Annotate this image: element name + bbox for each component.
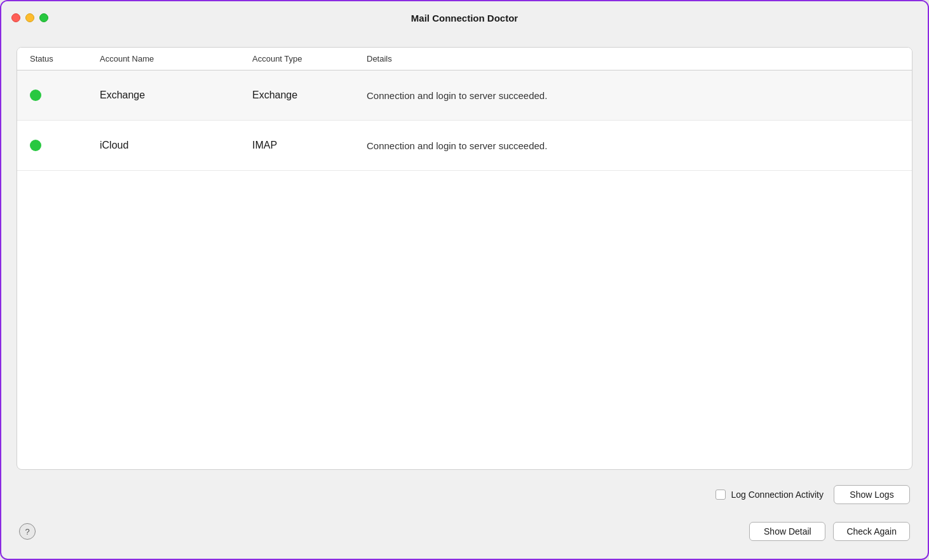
details-0: Connection and login to server succeeded… <box>367 90 899 101</box>
close-button[interactable] <box>11 13 20 22</box>
minimize-button[interactable] <box>25 13 34 22</box>
status-dot-green-0 <box>30 90 41 101</box>
bottom-bar: Log Connection Activity Show Logs <box>17 480 912 509</box>
action-buttons-row: ? Show Detail Check Again <box>17 519 912 546</box>
traffic-lights <box>11 13 48 22</box>
account-name-1: iCloud <box>100 140 252 151</box>
status-cell-0 <box>30 90 100 101</box>
log-activity-label: Log Connection Activity <box>731 490 824 500</box>
window-title: Mail Connection Doctor <box>411 13 518 23</box>
help-button[interactable]: ? <box>19 523 36 540</box>
table-row-empty <box>17 171 912 272</box>
log-activity-checkbox[interactable] <box>715 490 726 500</box>
table-row[interactable]: iCloud IMAP Connection and login to serv… <box>17 121 912 171</box>
account-type-1: IMAP <box>252 140 367 151</box>
connection-table: Status Account Name Account Type Details… <box>17 47 912 470</box>
column-header-details: Details <box>367 54 899 63</box>
right-action-buttons: Show Detail Check Again <box>749 522 910 541</box>
details-1: Connection and login to server succeeded… <box>367 140 899 151</box>
column-header-account-type: Account Type <box>252 54 367 63</box>
column-header-status: Status <box>30 54 100 63</box>
status-cell-1 <box>30 140 100 151</box>
table-row[interactable]: Exchange Exchange Connection and login t… <box>17 70 912 121</box>
check-again-button[interactable]: Check Again <box>833 522 910 541</box>
show-logs-button[interactable]: Show Logs <box>834 485 910 504</box>
main-window: Mail Connection Doctor Status Account Na… <box>0 0 929 560</box>
table-header: Status Account Name Account Type Details <box>17 48 912 70</box>
titlebar: Mail Connection Doctor <box>1 1 928 34</box>
show-detail-button[interactable]: Show Detail <box>749 522 825 541</box>
account-name-0: Exchange <box>100 90 252 101</box>
main-content: Status Account Name Account Type Details… <box>1 34 928 559</box>
status-dot-green-1 <box>30 140 41 151</box>
maximize-button[interactable] <box>39 13 48 22</box>
account-type-0: Exchange <box>252 90 367 101</box>
column-header-account-name: Account Name <box>100 54 252 63</box>
log-activity-area: Log Connection Activity <box>715 490 824 500</box>
